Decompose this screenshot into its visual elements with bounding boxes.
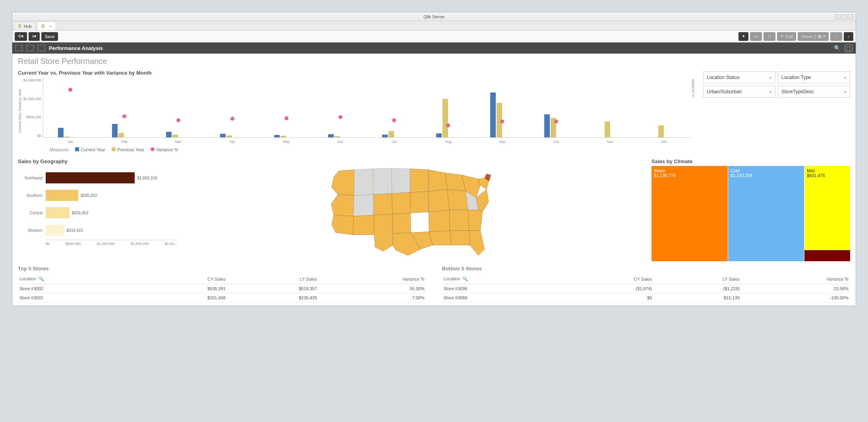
legend-title: Measures bbox=[50, 147, 69, 152]
search-icon[interactable]: 🔍 bbox=[834, 45, 841, 51]
bar-group-jan[interactable] bbox=[57, 128, 71, 137]
variance-dot[interactable] bbox=[284, 116, 288, 120]
sheet-selector[interactable]: Sheet 1▦▾ bbox=[798, 32, 829, 41]
save-button[interactable]: Save bbox=[41, 32, 58, 41]
window-titlebar: Qlik Sense bbox=[12, 12, 856, 21]
minimize-button[interactable] bbox=[835, 14, 841, 19]
variance-dot[interactable] bbox=[338, 115, 342, 119]
bar-group-sep[interactable] bbox=[489, 92, 503, 137]
us-map[interactable] bbox=[313, 158, 520, 262]
variance-dot[interactable] bbox=[500, 119, 504, 123]
bottom5-table[interactable]: Location🔍CY SalesLY SalesVariance %Store… bbox=[442, 274, 851, 303]
climate-treemap[interactable]: Warm$1,135,775Cold$1,133,339Mild$601,475 bbox=[651, 166, 850, 261]
grid-icon: ▦ bbox=[818, 34, 822, 39]
filter-panel: Location Status▸Location Type▸Urban/Subu… bbox=[703, 70, 850, 157]
variance-dot[interactable] bbox=[446, 123, 450, 127]
top5-title: Top 5 Stores bbox=[18, 266, 426, 272]
y-axis-label: Current Year, Previous Year bbox=[18, 77, 22, 145]
story-button[interactable]: ✶ bbox=[738, 32, 748, 41]
step-forward-icon[interactable] bbox=[27, 45, 34, 51]
treemap-cell-other[interactable] bbox=[804, 250, 850, 261]
chevron-right-icon: ▸ bbox=[770, 75, 772, 79]
col-variance-[interactable]: Variance % bbox=[741, 274, 850, 284]
bar-group-jun[interactable] bbox=[327, 134, 341, 137]
selections-tool-icon[interactable]: ⬚ bbox=[845, 44, 853, 52]
map-block[interactable] bbox=[187, 158, 645, 262]
col-ly-sales[interactable]: LY Sales bbox=[227, 274, 319, 284]
edit-button[interactable]: ✎Edit bbox=[777, 32, 796, 41]
desktop-view-button[interactable]: ▭ bbox=[750, 32, 762, 41]
variance-dot[interactable] bbox=[122, 114, 126, 118]
sheet-content: Retail Store Performance Current Year vs… bbox=[12, 54, 856, 306]
pencil-icon: ✎ bbox=[780, 34, 784, 39]
bar-group-mar[interactable] bbox=[165, 132, 179, 137]
main-toolbar: ⟲▾ ≡▾ Save ✶ ▭ ▯ ✎Edit Sheet 1▦▾ ‹ › bbox=[12, 31, 856, 42]
bar-group-aug[interactable] bbox=[435, 99, 449, 137]
app-title: Qlik Sense bbox=[423, 14, 445, 19]
variance-dot[interactable] bbox=[392, 118, 396, 122]
bar-group-apr[interactable] bbox=[219, 134, 233, 137]
bar-group-dec[interactable] bbox=[651, 125, 665, 137]
page-title: Retail Store Performance bbox=[18, 57, 850, 66]
tab-hub[interactable]: Q Hub bbox=[14, 21, 36, 30]
monthly-bar-chart[interactable]: Current Year, Previous Year $1,500,000$1… bbox=[18, 77, 695, 145]
top5-table[interactable]: Location🔍CY SalesLY SalesVariance %Store… bbox=[18, 274, 426, 303]
bar-group-jul[interactable] bbox=[381, 131, 395, 137]
qlik-icon: Q bbox=[18, 24, 21, 28]
close-window-button[interactable] bbox=[848, 14, 853, 19]
hbar-southern[interactable]: Southern$585,832 bbox=[46, 187, 177, 203]
col-variance-[interactable]: Variance % bbox=[319, 274, 426, 284]
hbar-northwest[interactable]: Northwest$1,603,316 bbox=[46, 170, 177, 186]
variance-dot[interactable] bbox=[230, 117, 234, 121]
close-tab-icon[interactable]: × bbox=[49, 24, 52, 29]
hbar-western[interactable]: Western$333,421 bbox=[46, 222, 177, 238]
maximize-button[interactable] bbox=[841, 14, 847, 19]
plot-area: JanFebMarAprMayJunJulAugSepOctNovDec bbox=[43, 77, 691, 138]
legend-item-py: Previous Year bbox=[112, 147, 144, 152]
treemap-cell-warm[interactable]: Warm$1,135,775 bbox=[651, 166, 728, 261]
chevron-right-icon: ▸ bbox=[845, 90, 847, 94]
tab-app[interactable]: Q × bbox=[37, 21, 56, 30]
tablet-view-button[interactable]: ▯ bbox=[764, 32, 775, 41]
search-icon[interactable]: 🔍 bbox=[462, 276, 468, 281]
bar-group-nov[interactable] bbox=[597, 121, 611, 137]
filter-location-status[interactable]: Location Status▸ bbox=[703, 71, 775, 83]
variance-dot[interactable] bbox=[176, 118, 180, 122]
col-cy-sales[interactable]: CY Sales bbox=[561, 274, 653, 284]
bar-group-feb[interactable] bbox=[111, 124, 125, 137]
next-sheet-button[interactable]: › bbox=[844, 32, 853, 41]
table-row[interactable]: Store #3068$0$15,139-100.00% bbox=[442, 293, 851, 303]
prev-sheet-button[interactable]: ‹ bbox=[830, 32, 842, 41]
col-location[interactable]: Location🔍 bbox=[442, 274, 562, 284]
hbar-central[interactable]: Central$426,453 bbox=[46, 205, 177, 221]
step-back-icon[interactable] bbox=[15, 45, 23, 51]
bar-group-may[interactable] bbox=[273, 135, 287, 137]
filter-urban-suburban[interactable]: Urban/Suburban▸ bbox=[703, 86, 775, 98]
menu-button[interactable]: ≡▾ bbox=[29, 32, 40, 41]
col-ly-sales[interactable]: LY Sales bbox=[653, 274, 741, 284]
table-row[interactable]: Store #3096($1,074)($1,229)23.58% bbox=[442, 284, 851, 293]
monthly-chart-title: Current Year vs. Previous Year with Vari… bbox=[18, 70, 695, 76]
chevron-down-icon: ▾ bbox=[823, 34, 825, 39]
variance-dot[interactable] bbox=[554, 119, 558, 123]
table-row[interactable]: Store #3002$935,391$818,35755.30% bbox=[18, 284, 426, 293]
filter-location-type[interactable]: Location Type▸ bbox=[778, 71, 850, 83]
sheet-title: Performance Analysis bbox=[49, 45, 103, 51]
chart-legend: Measures Current Year Previous Year Vari… bbox=[50, 147, 695, 152]
clear-selections-icon[interactable] bbox=[38, 45, 45, 51]
qlik-icon: Q bbox=[41, 24, 44, 28]
history-button[interactable]: ⟲▾ bbox=[15, 32, 27, 41]
table-row[interactable]: Store #3001$201,458$230,4397.00% bbox=[18, 293, 426, 303]
search-icon[interactable]: 🔍 bbox=[39, 276, 44, 281]
tab-bar: Q Hub Q × bbox=[12, 21, 856, 31]
col-cy-sales[interactable]: CY Sales bbox=[136, 274, 227, 284]
geography-bar-chart[interactable]: Northwest$1,603,316Southern$585,832Centr… bbox=[18, 166, 181, 246]
climate-block: Sales by Climate Warm$1,135,775Cold$1,13… bbox=[651, 158, 850, 262]
treemap-cell-mild[interactable]: Mild$601,475 bbox=[804, 166, 850, 250]
variance-dot[interactable] bbox=[68, 88, 72, 92]
col-location[interactable]: Location🔍 bbox=[18, 274, 136, 284]
climate-title: Sales by Climate bbox=[651, 158, 850, 164]
filter-storetypedesc[interactable]: StoreTypeDesc▸ bbox=[778, 86, 850, 98]
treemap-cell-cold[interactable]: Cold$1,133,339 bbox=[728, 166, 804, 261]
bar-group-oct[interactable] bbox=[543, 114, 557, 137]
